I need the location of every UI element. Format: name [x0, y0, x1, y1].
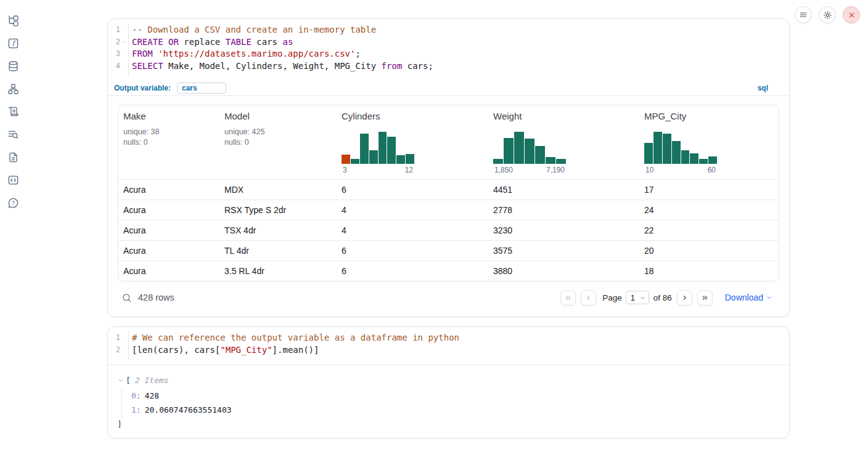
- table-cell: 3575: [488, 241, 639, 261]
- chevron-left-icon: [584, 294, 592, 302]
- histogram-bar: [514, 132, 524, 164]
- code-line[interactable]: 3FROM 'https://datasets.marimo.app/cars.…: [108, 48, 789, 60]
- output-variable-input[interactable]: cars: [177, 83, 226, 94]
- table-body: AcuraMDX6445117AcuraRSX Type S 2dr427782…: [118, 179, 779, 281]
- page-select[interactable]: 1: [626, 291, 649, 304]
- download-button[interactable]: Download: [725, 293, 773, 302]
- table-cell: 2778: [488, 200, 639, 220]
- close-icon: [848, 11, 856, 19]
- next-page-button[interactable]: [677, 290, 692, 305]
- sidebar-item-file-explorer[interactable]: [7, 14, 19, 26]
- page-select-value: 1: [631, 293, 635, 302]
- sidebar-item-help[interactable]: ?: [7, 196, 19, 209]
- chevron-down-icon[interactable]: [117, 377, 124, 384]
- code-line[interactable]: 1-- Download a CSV and create an in-memo…: [108, 24, 789, 36]
- table-cell: 3.5 RL 4dr: [219, 261, 337, 281]
- scroll-icon: [7, 106, 19, 118]
- function-square-icon: f: [7, 38, 19, 49]
- tree-entries: 0:428 1:20.060747663551403: [121, 387, 789, 419]
- column-header-mpg-city[interactable]: MPG_City 10 60: [639, 105, 779, 179]
- code-text: FROM 'https://datasets.marimo.app/cars.c…: [128, 48, 361, 60]
- column-label: MPG_City: [644, 111, 774, 121]
- topbar-controls: [795, 6, 860, 23]
- axis-min: 10: [645, 166, 653, 174]
- table-cell: 4451: [488, 180, 639, 200]
- sql-code-editor[interactable]: 1-- Download a CSV and create an in-memo…: [108, 19, 789, 81]
- last-page-button[interactable]: [697, 290, 713, 305]
- search-button[interactable]: [121, 293, 132, 303]
- table-cell: 3880: [488, 261, 639, 281]
- sidebar-item-snippets[interactable]: [7, 174, 19, 186]
- sidebar-item-dependency-graph[interactable]: [7, 83, 19, 95]
- code-line[interactable]: 1# We can reference the output variable …: [108, 332, 789, 344]
- table-cell: Acura: [118, 180, 219, 200]
- table-cell: 6: [337, 180, 488, 200]
- weight-histogram[interactable]: [493, 131, 566, 164]
- table-cell: 17: [639, 180, 779, 200]
- code-line[interactable]: 2[len(cars), cars["MPG_City"].mean()]: [108, 344, 789, 357]
- table-cell: 20: [639, 241, 779, 261]
- mpg-city-histogram[interactable]: [644, 131, 717, 164]
- axis-max: 60: [708, 166, 716, 174]
- output-variable-label: Output variable:: [114, 84, 171, 92]
- axis-min: 3: [343, 166, 347, 174]
- settings-button[interactable]: [819, 6, 836, 23]
- first-page-button[interactable]: [560, 290, 576, 305]
- item-index: 0: [131, 391, 136, 400]
- chevron-down-icon: [639, 294, 646, 301]
- column-header-make[interactable]: Make unique: 38 nulls: 0: [118, 105, 219, 179]
- axis-min: 1,850: [494, 166, 513, 174]
- histogram-bar: [653, 132, 662, 164]
- network-icon: [7, 83, 19, 95]
- python-code-editor[interactable]: 1# We can reference the output variable …: [108, 327, 789, 365]
- shutdown-button[interactable]: [843, 6, 860, 23]
- line-number: 4: [108, 60, 120, 73]
- line-number: 2: [108, 36, 120, 49]
- histogram-bar: [525, 139, 534, 164]
- column-label: Model: [224, 111, 332, 121]
- histogram-bar: [493, 159, 503, 164]
- column-nulls-stat: nulls: 0: [224, 137, 332, 148]
- table-row[interactable]: AcuraTL 4dr6357520: [118, 240, 779, 261]
- table-row[interactable]: Acura3.5 RL 4dr6388018: [118, 261, 779, 281]
- sql-cell: 1-- Download a CSV and create an in-memo…: [107, 18, 790, 317]
- histogram-bar: [672, 141, 681, 164]
- histogram-bar: [708, 156, 717, 164]
- table-cell: 4: [337, 200, 488, 220]
- code-text: -- Download a CSV and create an in-memor…: [128, 24, 376, 36]
- close-bracket: ]: [117, 419, 789, 429]
- file-text-icon: [7, 152, 19, 163]
- item-value: 20.060747663551403: [145, 405, 232, 415]
- chevrons-left-icon: [564, 294, 572, 302]
- tree-root: [ 2 Items: [117, 374, 789, 387]
- column-header-weight[interactable]: Weight 1,850 7,190: [488, 105, 639, 179]
- table-cell: 3230: [488, 220, 639, 240]
- list-item: 0:428: [131, 389, 789, 403]
- sidebar-item-logs[interactable]: [7, 105, 19, 118]
- histogram-bar: [663, 134, 671, 164]
- table-cell: Acura: [118, 241, 219, 261]
- previous-page-button[interactable]: [581, 290, 596, 305]
- column-header-cylinders[interactable]: Cylinders 3 12: [337, 105, 488, 179]
- table-footer: 428 rows Page 1 of 86: [118, 286, 779, 309]
- table-row[interactable]: AcuraTSX 4dr4323022: [118, 220, 779, 240]
- table-row[interactable]: AcuraRSX Type S 2dr4277824: [118, 200, 779, 220]
- table-row[interactable]: AcuraMDX6445117: [118, 179, 779, 200]
- fold-chevron-icon[interactable]: [120, 36, 128, 49]
- sidebar-item-search-logs[interactable]: [7, 128, 19, 140]
- menu-button[interactable]: [795, 6, 812, 23]
- page-total: of 86: [653, 293, 672, 302]
- table-cell: Acura: [118, 200, 219, 220]
- svg-text:f: f: [12, 39, 16, 47]
- code-square-icon: [7, 174, 19, 186]
- sidebar-item-documentation[interactable]: [7, 151, 19, 163]
- histogram-bar: [504, 138, 514, 164]
- column-header-model[interactable]: Model unique: 425 nulls: 0: [219, 105, 337, 179]
- cylinders-histogram[interactable]: [342, 131, 414, 164]
- column-nulls-stat: nulls: 0: [123, 137, 215, 148]
- sidebar-item-variables[interactable]: f: [7, 37, 19, 49]
- code-line[interactable]: 4SELECT Make, Model, Cylinders, Weight, …: [108, 60, 789, 73]
- items-count: 2 Items: [135, 374, 169, 387]
- sidebar-item-data-sources[interactable]: [7, 60, 19, 72]
- code-line[interactable]: 2CREATE OR replace TABLE cars as: [108, 36, 789, 49]
